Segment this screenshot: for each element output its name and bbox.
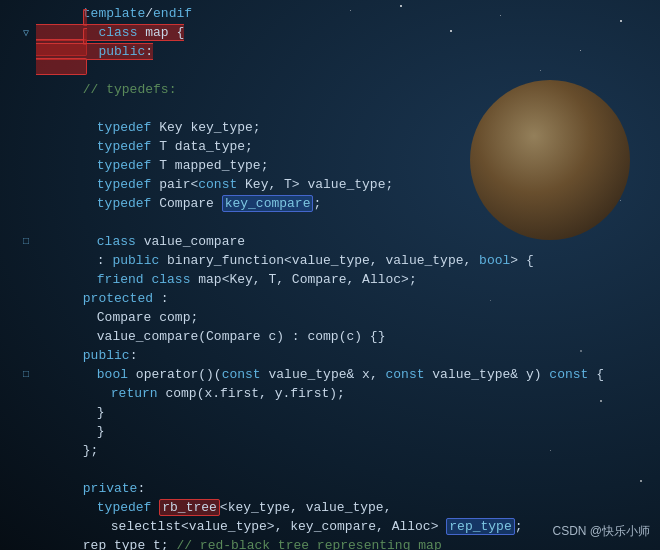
code-line-10: typedef Compare key_compare; <box>0 194 660 213</box>
compare-key-highlight: key_compare <box>225 196 311 211</box>
comment: // typedefs: <box>83 82 177 97</box>
code-editor: template/endif ▽ class map { public: <box>0 0 660 550</box>
code-line-2: public: <box>0 42 660 61</box>
keyword-public: public <box>98 44 145 59</box>
code-text: }; <box>83 443 99 458</box>
code-text: : <box>145 44 153 59</box>
watermark-text: CSDN @快乐小师 <box>552 524 650 538</box>
watermark: CSDN @快乐小师 <box>552 523 650 540</box>
code-text: Compare <box>151 196 221 211</box>
keyword-typedef: typedef <box>97 196 152 211</box>
code-line-23: }; <box>0 441 660 460</box>
line-collapse: ▽ <box>20 27 32 39</box>
line-collapse[interactable]: □ <box>20 369 32 380</box>
line-collapse[interactable]: □ <box>20 236 32 247</box>
code-line-4: // typedefs: <box>0 80 660 99</box>
line-content: public: <box>32 542 660 550</box>
code-text: ; <box>313 196 321 211</box>
